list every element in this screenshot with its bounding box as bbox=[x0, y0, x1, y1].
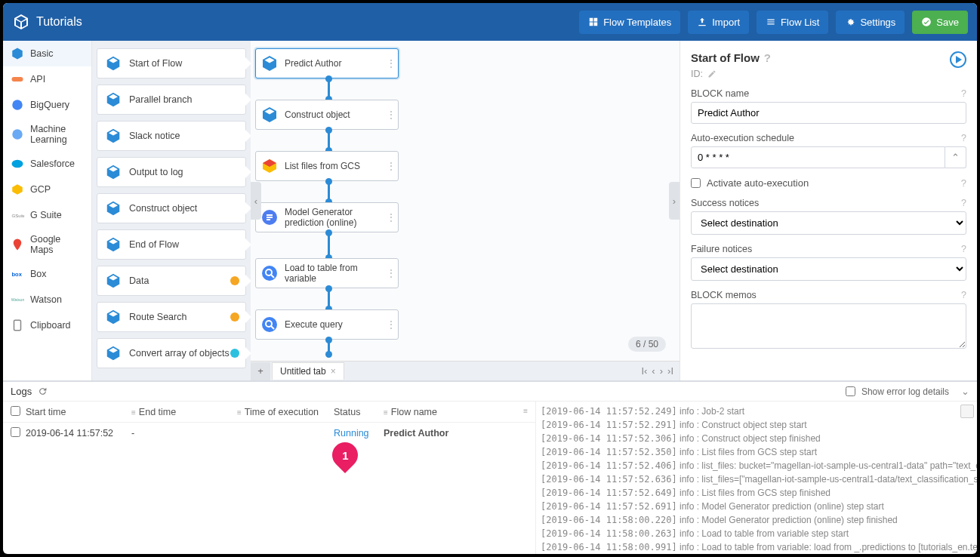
sidebar-item-box[interactable]: boxBox bbox=[3, 261, 91, 287]
close-icon[interactable]: × bbox=[331, 366, 336, 377]
sidebar-item-gsuite[interactable]: GSuiteG Suite bbox=[3, 202, 91, 228]
import-button[interactable]: Import bbox=[688, 11, 749, 34]
col-end-time[interactable]: ≡End time bbox=[131, 407, 237, 417]
sidebar-item-gcp[interactable]: GCP bbox=[3, 177, 91, 202]
cube-icon bbox=[105, 91, 122, 108]
block-card[interactable]: Output to log bbox=[97, 157, 246, 187]
help-icon[interactable]: ? bbox=[961, 133, 966, 143]
node-label: Load to table from variable bbox=[285, 263, 380, 285]
block-label: Route Search bbox=[129, 312, 186, 322]
help-icon[interactable]: ? bbox=[764, 51, 771, 64]
sidebar-item-watson[interactable]: WatsonWatson bbox=[3, 287, 91, 312]
svg-text:box: box bbox=[12, 271, 23, 278]
sidebar-item-label: BigQuery bbox=[30, 100, 69, 110]
run-checkbox[interactable] bbox=[11, 427, 20, 437]
run-row[interactable]: 2019-06-14 11:57:52 - Running Predict Au… bbox=[3, 423, 535, 444]
log-line: [2019-06-14 11:57:52.636] info : list_fi… bbox=[541, 472, 972, 486]
block-card[interactable]: Route Search bbox=[97, 302, 246, 332]
block-card[interactable]: Data bbox=[97, 266, 246, 296]
help-icon[interactable]: ? bbox=[961, 177, 966, 189]
drag-handle-icon[interactable]: ⋮ bbox=[386, 109, 393, 121]
failure-select[interactable]: Select destination bbox=[691, 257, 966, 281]
check-icon bbox=[921, 17, 932, 27]
tabs-prev-button[interactable]: ‹ bbox=[652, 365, 655, 377]
help-icon[interactable]: ? bbox=[961, 198, 966, 208]
sidebar-item-maps[interactable]: Google Maps bbox=[3, 228, 91, 261]
collapse-right-handle[interactable]: › bbox=[669, 182, 680, 220]
flow-node[interactable]: Load to table from variable⋮ bbox=[255, 258, 399, 288]
block-card[interactable]: End of Flow bbox=[97, 229, 246, 260]
save-button[interactable]: Save bbox=[912, 11, 968, 34]
tabs-first-button[interactable]: I‹ bbox=[641, 365, 647, 377]
flow-list-button[interactable]: Flow List bbox=[757, 11, 828, 34]
help-icon[interactable]: ? bbox=[961, 290, 966, 300]
copy-icon[interactable] bbox=[960, 405, 974, 418]
add-tab-button[interactable]: + bbox=[251, 362, 270, 380]
select-all-checkbox[interactable] bbox=[11, 406, 20, 416]
col-exec-time[interactable]: ≡Time of execution bbox=[237, 407, 334, 417]
tabs-last-button[interactable]: ›I bbox=[667, 365, 673, 377]
flow-node[interactable]: Model Generator prediction (online)⋮ bbox=[255, 202, 399, 232]
drag-handle-icon[interactable]: ⋮ bbox=[386, 57, 393, 69]
sidebar-item-bigquery[interactable]: BigQuery bbox=[3, 92, 91, 118]
flow-templates-button[interactable]: Flow Templates bbox=[579, 11, 680, 34]
block-label: Start of Flow bbox=[129, 58, 182, 69]
col-flow-name[interactable]: ≡Flow name≡ bbox=[384, 407, 535, 417]
log-output: [2019-06-14 11:57:52.249] info : Job-2 s… bbox=[536, 402, 977, 554]
tab-untitled[interactable]: Untitled tab× bbox=[272, 362, 344, 380]
chevron-down-icon[interactable]: ⌄ bbox=[961, 386, 969, 397]
block-card[interactable]: Convert array of objects bbox=[97, 338, 246, 368]
log-line: [2019-06-14 11:57:52.406] info : list_fi… bbox=[541, 459, 972, 472]
run-button[interactable] bbox=[950, 51, 966, 68]
cube-icon bbox=[105, 55, 122, 72]
col-start-time[interactable]: Start time bbox=[26, 407, 131, 417]
id-row: ID: bbox=[691, 69, 966, 79]
drag-handle-icon[interactable]: ⋮ bbox=[386, 211, 393, 223]
sidebar-item-ml[interactable]: Machine Learning bbox=[3, 118, 91, 151]
block-card[interactable]: Construct object bbox=[97, 193, 246, 223]
memos-textarea[interactable] bbox=[691, 303, 966, 349]
block-card[interactable]: Start of Flow bbox=[97, 48, 246, 78]
pencil-icon[interactable] bbox=[707, 69, 717, 78]
help-icon[interactable]: ? bbox=[961, 244, 966, 254]
drag-handle-icon[interactable]: ⋮ bbox=[386, 267, 393, 279]
sidebar-item-api[interactable]: API bbox=[3, 66, 91, 92]
log-line: [2019-06-14 11:57:52.649] info : List fi… bbox=[541, 486, 972, 500]
status-badge: Running bbox=[334, 428, 384, 439]
activate-checkbox[interactable] bbox=[691, 178, 701, 188]
svg-point-15 bbox=[262, 317, 277, 332]
sidebar-item-clipboard[interactable]: Clipboard bbox=[3, 312, 91, 338]
sidebar-item-salesforce[interactable]: Salesforce bbox=[3, 151, 91, 177]
settings-button[interactable]: Settings bbox=[836, 11, 904, 34]
success-select[interactable]: Select destination bbox=[691, 211, 966, 235]
help-icon[interactable]: ? bbox=[961, 88, 966, 99]
col-status[interactable]: Status bbox=[334, 407, 384, 417]
schedule-input[interactable] bbox=[691, 146, 945, 168]
tabs-next-button[interactable]: › bbox=[660, 365, 663, 377]
log-line: [2019-06-14 11:57:52.249] info : Job-2 s… bbox=[541, 405, 972, 418]
flow-node[interactable]: Execute query⋮ bbox=[255, 309, 399, 340]
node-label: List files from GCS bbox=[285, 161, 380, 171]
block-name-input[interactable] bbox=[691, 102, 966, 124]
flow-node[interactable]: List files from GCS⋮ bbox=[255, 151, 399, 181]
svg-point-4 bbox=[12, 160, 23, 168]
flow-canvas[interactable]: ‹ › Predict Author⋮Construct object⋮List… bbox=[251, 41, 680, 361]
collapse-left-handle[interactable]: ‹ bbox=[251, 182, 261, 220]
flow-node[interactable]: Construct object⋮ bbox=[255, 100, 399, 130]
block-card[interactable]: Parallel branch bbox=[97, 85, 246, 115]
drag-handle-icon[interactable]: ⋮ bbox=[386, 160, 393, 172]
refresh-icon[interactable] bbox=[38, 386, 48, 396]
block-card[interactable]: Slack notice bbox=[97, 121, 246, 151]
cube-icon bbox=[105, 345, 122, 362]
flow-node[interactable]: Predict Author⋮ bbox=[255, 48, 399, 78]
drag-handle-icon[interactable]: ⋮ bbox=[386, 319, 393, 331]
watson-icon: Watson bbox=[11, 293, 24, 306]
schedule-expand-button[interactable]: ⌃ bbox=[945, 146, 966, 168]
grid-icon bbox=[588, 17, 599, 27]
api-icon bbox=[11, 72, 24, 86]
show-error-checkbox[interactable] bbox=[846, 386, 855, 396]
app-title: Tutorials bbox=[36, 15, 82, 29]
log-line: [2019-06-14 11:57:52.291] info : Constru… bbox=[541, 418, 972, 432]
sidebar-item-basic[interactable]: Basic bbox=[3, 41, 91, 66]
log-line: [2019-06-14 11:57:52.691] info : Model G… bbox=[541, 500, 972, 513]
